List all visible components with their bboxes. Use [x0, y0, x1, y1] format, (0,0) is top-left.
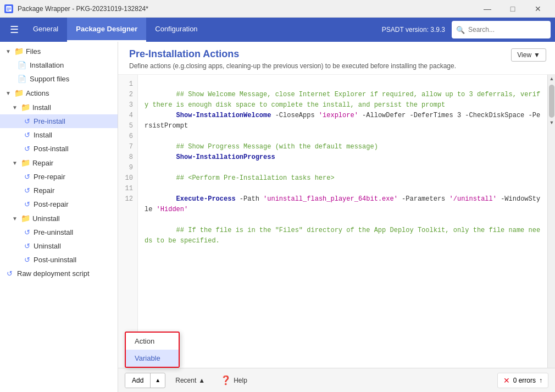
chevron-down-icon: ▼ [12, 160, 18, 166]
code-body[interactable]: ## Show Welcome Message, close Internet … [138, 75, 547, 368]
scrollbar-thumb[interactable] [549, 85, 554, 118]
folder-icon: 📁 [21, 158, 30, 167]
sidebar-item-pre-install[interactable]: ↺ Pre-install [0, 114, 118, 128]
code-line-4 [145, 131, 541, 142]
sidebar-section-actions[interactable]: ▼ 📁 Actions [0, 86, 118, 100]
code-line-10: Execute-Process -Path 'uninstall_flash_p… [145, 194, 541, 215]
refresh-icon: ↺ [24, 145, 30, 153]
app-icon [4, 4, 13, 13]
titlebar: Package Wrapper - PKG-20231019-132824* —… [0, 0, 555, 18]
chevron-down-icon: ▼ [534, 51, 540, 59]
svg-rect-2 [7, 9, 11, 9]
vertical-scrollbar[interactable]: ▲ ▼ [547, 75, 555, 368]
sidebar-item-post-repair[interactable]: ↺ Post-repair [0, 197, 118, 211]
sidebar-group-uninstall[interactable]: ▼ 📁 Uninstall [0, 211, 118, 225]
sidebar-group-repair[interactable]: ▼ 📁 Repair [0, 156, 118, 170]
sidebar-item-post-install[interactable]: ↺ Post-install [0, 142, 118, 156]
sidebar-item-repair[interactable]: ↺ Repair [0, 184, 118, 197]
scroll-up-arrow[interactable]: ▲ [548, 75, 555, 82]
svg-rect-3 [7, 10, 9, 10]
line-numbers: 1 2 3 4 5 6 7 8 9 10 11 12 [118, 75, 138, 368]
errors-arrow-icon: ↑ [539, 377, 542, 384]
minimize-button[interactable]: — [475, 0, 500, 18]
search-icon: 🔍 [456, 26, 465, 34]
chevron-down-icon: ▼ [12, 216, 18, 222]
close-button[interactable]: ✕ [525, 0, 551, 18]
code-line-11 [145, 215, 541, 225]
sidebar-item-install[interactable]: ↺ Install [0, 128, 118, 142]
content-area: Pre-Installation Actions Define actions … [118, 42, 555, 392]
page-title: Pre-Installation Actions [129, 48, 456, 60]
sidebar-item-installation[interactable]: 📄 Installation [0, 58, 118, 72]
add-popup-menu: Action Variable [125, 332, 180, 368]
help-button[interactable]: ❓ Help [215, 372, 253, 389]
tab-package-designer[interactable]: Package Designer [67, 18, 146, 42]
sidebar-item-raw-deployment-label: Raw deployment script [17, 269, 90, 278]
add-button[interactable]: Add ▲ [125, 373, 165, 388]
sidebar-item-support-files[interactable]: 📄 Support files [0, 72, 118, 86]
version-label: PSADT version: 3.9.3 [382, 18, 445, 42]
popup-item-action[interactable]: Action [126, 333, 179, 350]
window-controls: — □ ✕ [475, 0, 551, 18]
code-line-7 [145, 163, 541, 173]
code-editor[interactable]: 1 2 3 4 5 6 7 8 9 10 11 12 ## Show Welco… [118, 75, 555, 368]
sidebar-group-install[interactable]: ▼ 📁 Install [0, 100, 118, 114]
sidebar-item-post-uninstall[interactable]: ↺ Post-uninstall [0, 253, 118, 267]
sidebar-item-uninstall-label: Uninstall [34, 242, 61, 250]
sidebar-item-pre-install-label: Pre-install [34, 117, 65, 125]
folder-icon: 📁 [21, 103, 30, 112]
navbar: ☰ General Package Designer Configuration… [0, 18, 555, 42]
refresh-icon: ↺ [24, 256, 30, 264]
file-icon: 📄 [18, 61, 26, 69]
tab-configuration[interactable]: Configuration [146, 18, 206, 42]
sidebar-item-support-files-label: Support files [30, 75, 69, 83]
recent-button-label: Recent [175, 377, 196, 384]
chevron-down-icon: ▼ [5, 48, 11, 54]
popup-item-variable[interactable]: Variable [126, 350, 179, 367]
errors-button[interactable]: ✕ 0 errors ↑ [497, 373, 548, 388]
main-layout: ▼ 📁 Files 📄 Installation 📄 Support files… [0, 42, 555, 392]
refresh-icon: ↺ [24, 200, 30, 208]
page-description: Define actions (e.g.closing apps, cleani… [129, 62, 456, 70]
error-icon: ✕ [503, 376, 510, 385]
recent-button[interactable]: Recent ▲ [170, 373, 210, 388]
sidebar-group-install-label: Install [32, 103, 51, 112]
code-line-5: ## Show Progress Message (with the defau… [145, 142, 541, 152]
recent-arrow-icon: ▲ [198, 377, 205, 384]
sidebar-group-uninstall-label: Uninstall [32, 214, 60, 223]
bottom-bar: Action Variable Add ▲ Recent ▲ ❓ Help ✕ … [118, 368, 555, 392]
sidebar-group-repair-label: Repair [32, 159, 53, 167]
tab-general[interactable]: General [24, 18, 67, 42]
refresh-icon: ↺ [24, 242, 30, 250]
help-button-label: Help [234, 377, 247, 384]
add-button-label: Add [125, 373, 151, 388]
code-line-2: ## Show Welcome Message, close Internet … [145, 90, 541, 111]
refresh-icon: ↺ [24, 228, 30, 236]
help-circle-icon: ❓ [220, 375, 231, 385]
sidebar-item-repair-label: Repair [34, 186, 54, 195]
refresh-icon: ↺ [7, 269, 13, 278]
add-arrow-icon[interactable]: ▲ [151, 374, 165, 387]
sidebar-item-uninstall[interactable]: ↺ Uninstall [0, 239, 118, 253]
code-line-6: Show-InstallationProgress [145, 152, 541, 163]
search-input[interactable] [468, 26, 546, 34]
refresh-icon: ↺ [24, 117, 30, 125]
view-button[interactable]: View ▼ [511, 48, 546, 62]
window-title: Package Wrapper - PKG-20231019-132824* [18, 5, 470, 13]
sidebar-section-files[interactable]: ▼ 📁 Files [0, 44, 118, 58]
sidebar-section-actions-label: Actions [26, 89, 49, 97]
chevron-down-icon: ▼ [5, 90, 11, 96]
sidebar-item-pre-uninstall[interactable]: ↺ Pre-uninstall [0, 225, 118, 239]
sidebar-item-pre-repair-label: Pre-repair [34, 173, 65, 181]
sidebar-section-files-label: Files [26, 47, 41, 56]
hamburger-menu[interactable]: ☰ [4, 18, 24, 42]
scroll-down-arrow[interactable]: ▼ [548, 119, 555, 126]
sidebar-item-pre-uninstall-label: Pre-uninstall [34, 228, 73, 236]
file-icon: 📄 [18, 75, 26, 83]
sidebar-item-pre-repair[interactable]: ↺ Pre-repair [0, 170, 118, 184]
refresh-icon: ↺ [24, 131, 30, 139]
sidebar-item-raw-deployment[interactable]: ↺ Raw deployment script [0, 267, 118, 280]
sidebar: ▼ 📁 Files 📄 Installation 📄 Support files… [0, 42, 118, 392]
sidebar-item-post-uninstall-label: Post-uninstall [34, 256, 76, 264]
maximize-button[interactable]: □ [500, 0, 525, 18]
